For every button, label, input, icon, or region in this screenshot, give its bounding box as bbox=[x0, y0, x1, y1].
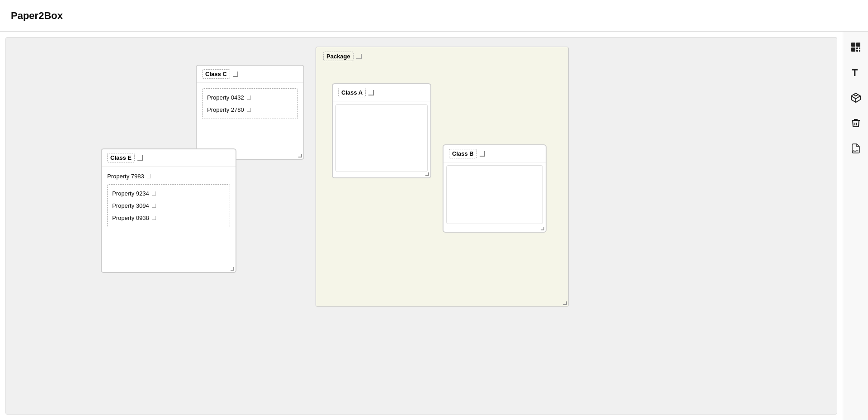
class-b-title: Class B bbox=[443, 145, 546, 162]
svg-rect-2 bbox=[851, 48, 855, 52]
package-box[interactable]: Package Class A Class B bbox=[316, 47, 569, 307]
header: Paper2Box bbox=[0, 0, 868, 32]
class-b-box[interactable]: Class B bbox=[443, 144, 547, 233]
class-c-prop-0: Property 0432 bbox=[207, 91, 293, 104]
svg-rect-5 bbox=[856, 49, 860, 50]
class-e-resize[interactable] bbox=[231, 267, 234, 271]
export-json-button[interactable]: JSON bbox=[848, 140, 864, 157]
trash-icon bbox=[850, 118, 861, 129]
main-layout: Class C Property 0432 Property 2780 Clas… bbox=[0, 32, 868, 420]
class-b-body bbox=[446, 165, 543, 224]
package-title: Package bbox=[316, 47, 568, 65]
class-a-body bbox=[335, 104, 428, 172]
grid-plus-icon bbox=[850, 42, 861, 52]
svg-text:JSON: JSON bbox=[852, 149, 859, 152]
class-c-prop-1: Property 2780 bbox=[207, 104, 293, 116]
class-c-title: Class C bbox=[197, 66, 303, 83]
svg-text:T: T bbox=[852, 67, 858, 78]
class-b-resize[interactable] bbox=[541, 227, 544, 230]
class-e-title: Class E bbox=[102, 149, 236, 167]
class-c-box[interactable]: Class C Property 0432 Property 2780 bbox=[196, 65, 304, 160]
json-icon: JSON bbox=[850, 143, 861, 154]
class-a-resize[interactable] bbox=[425, 172, 429, 176]
package-resize[interactable] bbox=[563, 301, 567, 305]
add-text-button[interactable]: T bbox=[848, 64, 864, 81]
svg-rect-0 bbox=[851, 43, 855, 47]
toolbar: T J bbox=[843, 32, 868, 420]
svg-rect-1 bbox=[856, 43, 860, 47]
delete-button[interactable] bbox=[848, 115, 864, 131]
add-package-button[interactable] bbox=[848, 90, 864, 106]
class-e-prop-1: Property 9234 bbox=[112, 187, 225, 200]
add-class-button[interactable] bbox=[848, 39, 864, 55]
app-title: Paper2Box bbox=[11, 10, 63, 22]
canvas[interactable]: Class C Property 0432 Property 2780 Clas… bbox=[5, 37, 837, 415]
text-icon: T bbox=[850, 67, 861, 78]
class-e-prop-0: Property 7983 bbox=[107, 170, 230, 182]
class-c-body: Property 0432 Property 2780 bbox=[197, 83, 303, 124]
class-e-body: Property 7983 Property 9234 Property 309… bbox=[102, 167, 236, 233]
class-e-box[interactable]: Class E Property 7983 Property 9234 Prop… bbox=[101, 148, 236, 273]
class-c-properties: Property 0432 Property 2780 bbox=[202, 88, 298, 119]
class-a-title: Class A bbox=[333, 84, 430, 101]
class-c-resize[interactable] bbox=[298, 154, 302, 158]
box-icon bbox=[850, 92, 861, 103]
class-a-box[interactable]: Class A bbox=[332, 83, 431, 178]
class-e-properties: Property 9234 Property 3094 Property 093… bbox=[107, 184, 230, 227]
class-e-prop-2: Property 3094 bbox=[112, 200, 225, 212]
class-e-prop-3: Property 0938 bbox=[112, 212, 225, 224]
